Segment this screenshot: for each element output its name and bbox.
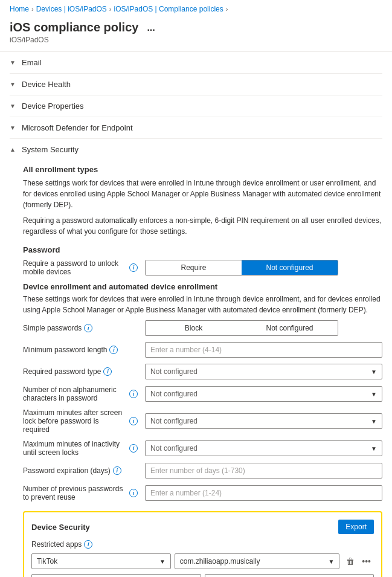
require-password-info-icon[interactable]: i (129, 263, 138, 272)
prev-passwords-control[interactable] (145, 485, 382, 501)
max-inactivity-row: Maximum minutes of inactivity until scre… (23, 440, 382, 457)
max-screen-lock-dropdown[interactable]: Not configured ▼ (145, 413, 382, 429)
all-enrollment-title: All enrollment types (23, 165, 382, 174)
min-password-length-control[interactable] (145, 342, 382, 358)
dropdown-arrow-icon: ▼ (371, 418, 377, 425)
accordion-label-device-health: Device Health (22, 80, 71, 89)
prev-passwords-info-icon[interactable]: i (129, 489, 138, 497)
breadcrumb-sep-2: › (109, 5, 112, 13)
enrollment-desc: These settings work for devices that wer… (23, 294, 382, 315)
max-inactivity-info-icon[interactable]: i (129, 444, 138, 453)
password-expiration-label: Password expiration (days) i (23, 466, 138, 475)
max-screen-lock-row: Maximum minutes after screen lock before… (23, 408, 382, 434)
breadcrumb-sep-1: › (31, 5, 34, 13)
max-screen-lock-label: Maximum minutes after screen lock before… (23, 408, 138, 434)
simple-passwords-control: Block Not configured (145, 320, 382, 336)
require-password-label: Require a password to unlock mobile devi… (23, 259, 138, 276)
accordion-item-defender: ▼ Microsoft Defender for Endpoint (10, 117, 382, 139)
chevron-down-icon: ▼ (10, 81, 18, 88)
prev-passwords-input[interactable] (145, 485, 382, 501)
new-app-name-input[interactable] (31, 574, 201, 577)
accordion-header-defender[interactable]: ▼ Microsoft Defender for Endpoint (10, 117, 382, 138)
accordion-item-device-properties: ▼ Device Properties (10, 95, 382, 117)
simple-passwords-info-icon[interactable]: i (84, 324, 92, 332)
enrollment-title: Device enrollment and automated device e… (23, 282, 382, 291)
system-security-content: All enrollment types These settings work… (10, 165, 382, 577)
accordion-header-device-properties[interactable]: ▼ Device Properties (10, 95, 382, 117)
accordion-label-system-security: System Security (22, 145, 79, 154)
min-password-info-icon[interactable]: i (109, 346, 118, 354)
require-password-row: Require a password to unlock mobile devi… (23, 259, 382, 276)
delete-app-button[interactable]: 🗑 (343, 555, 358, 568)
all-enrollment-desc2: Requiring a password automatically enfor… (23, 215, 382, 237)
device-security-box: Device Security Export Restricted apps i… (23, 511, 382, 577)
password-expiration-info-icon[interactable]: i (113, 466, 121, 475)
prev-passwords-label: Number of previous passwords to prevent … (23, 485, 138, 501)
export-button[interactable]: Export (338, 520, 374, 534)
chevron-up-icon: ▲ (10, 146, 18, 153)
accordion-label-defender: Microsoft Defender for Endpoint (22, 123, 133, 132)
non-alpha-dropdown[interactable]: Not configured ▼ (145, 386, 382, 402)
breadcrumb: Home › Devices | iOS/iPadOS › iOS/iPadOS… (0, 0, 392, 18)
title-ellipsis-button[interactable]: ... (143, 21, 158, 34)
dropdown-arrow-icon: ▼ (371, 369, 377, 375)
page-title-text: iOS compliance policy (10, 21, 138, 34)
accordion-item-device-health: ▼ Device Health (10, 74, 382, 95)
min-password-length-input[interactable] (145, 342, 382, 358)
min-password-length-row: Minimum password length i (23, 342, 382, 358)
accordion-header-email[interactable]: ▼ Email (10, 52, 382, 73)
accordion-header-system-security[interactable]: ▲ System Security (10, 139, 382, 160)
non-alpha-control[interactable]: Not configured ▼ (145, 386, 382, 402)
device-enrollment-section: Device enrollment and automated device e… (23, 282, 382, 501)
accordion-item-system-security: ▲ System Security All enrollment types T… (10, 139, 382, 577)
required-password-type-control[interactable]: Not configured ▼ (145, 364, 382, 379)
non-alpha-label: Number of non alphanumeric characters in… (23, 385, 138, 402)
chevron-down-icon: ▼ (10, 103, 18, 109)
simple-not-configured-option[interactable]: Not configured (242, 321, 338, 335)
non-alpha-info-icon[interactable]: i (129, 390, 138, 398)
new-bundle-id-input[interactable] (205, 574, 374, 577)
chevron-down-icon: ▼ (10, 124, 18, 131)
more-actions-button[interactable]: ••• (359, 555, 374, 568)
breadcrumb-compliance[interactable]: iOS/iPadOS | Compliance policies (114, 5, 223, 13)
page-title-section: iOS compliance policy ... iOS/iPadOS (0, 18, 392, 52)
block-option[interactable]: Block (146, 321, 242, 335)
max-inactivity-control[interactable]: Not configured ▼ (145, 440, 382, 456)
required-password-type-label: Required password type i (23, 367, 138, 376)
breadcrumb-home[interactable]: Home (10, 5, 29, 13)
max-inactivity-dropdown[interactable]: Not configured ▼ (145, 440, 382, 456)
all-enrollment-desc1: These settings work for devices that wer… (23, 178, 382, 210)
required-password-type-dropdown[interactable]: Not configured ▼ (145, 364, 382, 379)
device-security-header: Device Security Export (31, 520, 374, 534)
bundle-id-value: com.zhiliaoapp.musically (180, 557, 260, 566)
max-screen-lock-info-icon[interactable]: i (129, 417, 138, 425)
require-password-toggle[interactable]: Require Not configured (145, 260, 338, 276)
chevron-down-icon: ▼ (10, 59, 18, 66)
password-expiration-row: Password expiration (days) i (23, 463, 382, 479)
non-alpha-row: Number of non alphanumeric characters in… (23, 385, 382, 402)
bundle-id-dropdown[interactable]: com.zhiliaoapp.musically ▼ (175, 553, 339, 569)
restricted-apps-info-icon[interactable]: i (84, 540, 92, 549)
bundle-dropdown-arrow-icon: ▼ (328, 558, 334, 565)
accordion-label-email: Email (22, 58, 42, 67)
accordion-header-device-health[interactable]: ▼ Device Health (10, 74, 382, 95)
password-expiration-control[interactable] (145, 463, 382, 479)
req-password-type-info-icon[interactable]: i (103, 367, 112, 376)
app-name-value: TikTok (37, 557, 57, 566)
simple-passwords-label: Simple passwords i (23, 324, 138, 332)
breadcrumb-sep-3: › (226, 5, 228, 13)
accordion-item-email: ▼ Email (10, 52, 382, 74)
password-expiration-input[interactable] (145, 463, 382, 479)
max-screen-lock-control[interactable]: Not configured ▼ (145, 413, 382, 429)
accordion-label-device-properties: Device Properties (22, 102, 84, 111)
not-configured-option[interactable]: Not configured (242, 260, 338, 275)
breadcrumb-devices[interactable]: Devices | iOS/iPadOS (36, 5, 107, 13)
app-row-tiktok: TikTok ▼ com.zhiliaoapp.musically ▼ 🗑 ••… (31, 553, 374, 569)
page-subtitle: iOS/iPadOS (10, 36, 382, 44)
app-row-actions: 🗑 ••• (343, 555, 374, 568)
restricted-apps-row: Restricted apps i (31, 540, 374, 549)
require-option[interactable]: Require (146, 260, 242, 275)
simple-passwords-toggle[interactable]: Block Not configured (145, 320, 338, 336)
app-name-dropdown[interactable]: TikTok ▼ (31, 553, 171, 569)
restricted-apps-label: Restricted apps i (31, 540, 92, 549)
